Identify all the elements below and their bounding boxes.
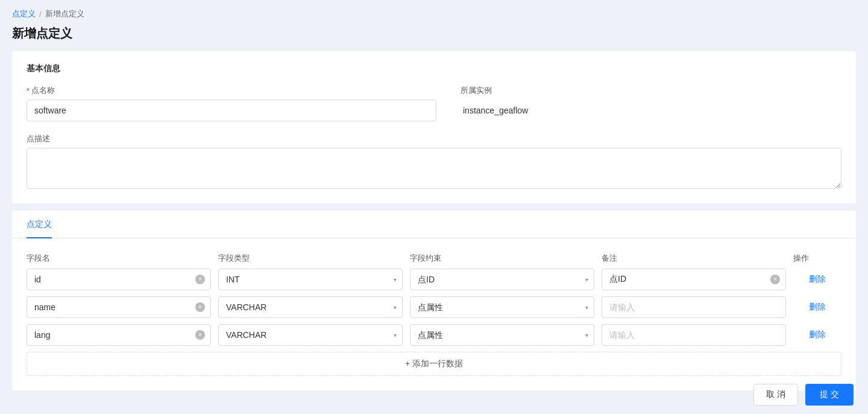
remark-input-2[interactable]: [602, 296, 786, 318]
field-type-select-3[interactable]: INT VARCHAR BIGINT DOUBLE BOOLEAN: [218, 324, 403, 346]
field-name-input-2[interactable]: [27, 296, 211, 318]
remark-input-1[interactable]: [602, 269, 786, 290]
name-label-text: 点名称: [31, 85, 55, 96]
clear-icon-1[interactable]: ×: [195, 275, 205, 284]
clear-icon-3[interactable]: ×: [195, 330, 205, 340]
table-header: 字段名 字段类型 字段约束 备注 操作: [27, 248, 841, 269]
field-type-wrap-3: INT VARCHAR BIGINT DOUBLE BOOLEAN ▾: [218, 324, 403, 346]
remark-wrap-3: [602, 324, 786, 346]
instance-value: instance_geaflow: [461, 100, 841, 121]
field-constraint-wrap-2: 点ID 点属性 ▾: [410, 296, 594, 318]
table-row: × INT VARCHAR BIGINT DOUBLE BOOLEAN ▾ 点I…: [27, 296, 841, 318]
field-constraint-select-3[interactable]: 点ID 点属性: [410, 324, 594, 346]
field-name-wrap-1: ×: [27, 269, 211, 290]
name-form-group: * 点名称: [27, 85, 436, 121]
name-label: * 点名称: [27, 85, 436, 96]
field-constraint-wrap-3: 点ID 点属性 ▾: [410, 324, 594, 346]
add-row-button[interactable]: + 添加一行数据: [27, 352, 841, 376]
tab-card: 点定义 字段名 字段类型 字段约束 备注 操作 × INT VARCHAR BI…: [12, 211, 856, 390]
table-container: 字段名 字段类型 字段约束 备注 操作 × INT VARCHAR BIGINT…: [12, 248, 856, 376]
field-constraint-wrap-1: 点ID 点属性 ▾: [410, 269, 594, 290]
instance-form-group: 所属实例 instance_geaflow: [461, 85, 841, 121]
header-field-constraint: 字段约束: [410, 253, 594, 264]
delete-button-3[interactable]: 删除: [793, 330, 841, 340]
desc-label: 点描述: [27, 133, 841, 144]
field-name-wrap-3: ×: [27, 324, 211, 346]
remark-wrap-2: [602, 296, 786, 318]
field-name-wrap-2: ×: [27, 296, 211, 318]
cancel-button[interactable]: 取 消: [753, 384, 798, 406]
breadcrumb-separator: /: [39, 10, 42, 19]
field-name-input-3[interactable]: [27, 324, 211, 346]
page-title: 新增点定义: [0, 23, 868, 51]
breadcrumb: 点定义 / 新增点定义: [0, 0, 868, 23]
submit-button[interactable]: 提 交: [805, 384, 854, 406]
clear-icon-2[interactable]: ×: [195, 302, 205, 312]
header-action: 操作: [793, 253, 841, 264]
required-star: *: [27, 86, 30, 95]
breadcrumb-current: 新增点定义: [45, 8, 84, 19]
remark-input-3[interactable]: [602, 324, 786, 346]
name-instance-row: * 点名称 所属实例 instance_geaflow: [27, 85, 841, 121]
footer-bar: 取 消 提 交: [0, 375, 868, 414]
remark-wrap-1: ×: [602, 269, 786, 290]
field-name-input-1[interactable]: [27, 269, 211, 290]
header-field-type: 字段类型: [218, 253, 403, 264]
tab-bar: 点定义: [12, 211, 856, 238]
breadcrumb-parent[interactable]: 点定义: [12, 8, 36, 19]
delete-button-1[interactable]: 删除: [793, 274, 841, 285]
field-constraint-select-2[interactable]: 点ID 点属性: [410, 296, 594, 318]
header-remark: 备注: [602, 253, 786, 264]
name-input[interactable]: [27, 100, 436, 121]
tab-point-definition[interactable]: 点定义: [27, 211, 52, 238]
desc-textarea[interactable]: [27, 148, 841, 189]
remark-clear-icon-1[interactable]: ×: [770, 275, 780, 284]
basic-info-card: 基本信息 * 点名称 所属实例 instance_geaflow 点描述: [12, 51, 856, 203]
field-type-wrap-2: INT VARCHAR BIGINT DOUBLE BOOLEAN ▾: [218, 296, 403, 318]
table-row: × INT VARCHAR BIGINT DOUBLE BOOLEAN ▾ 点I…: [27, 324, 841, 346]
delete-button-2[interactable]: 删除: [793, 302, 841, 313]
header-field-name: 字段名: [27, 253, 211, 264]
field-type-select-1[interactable]: INT VARCHAR BIGINT DOUBLE BOOLEAN: [218, 269, 403, 290]
instance-label: 所属实例: [461, 85, 841, 96]
field-type-wrap-1: INT VARCHAR BIGINT DOUBLE BOOLEAN ▾: [218, 269, 403, 290]
table-row: × INT VARCHAR BIGINT DOUBLE BOOLEAN ▾ 点I…: [27, 269, 841, 290]
basic-info-title: 基本信息: [27, 63, 841, 74]
field-constraint-select-1[interactable]: 点ID 点属性: [410, 269, 594, 290]
field-type-select-2[interactable]: INT VARCHAR BIGINT DOUBLE BOOLEAN: [218, 296, 403, 318]
desc-row: 点描述: [27, 133, 841, 189]
